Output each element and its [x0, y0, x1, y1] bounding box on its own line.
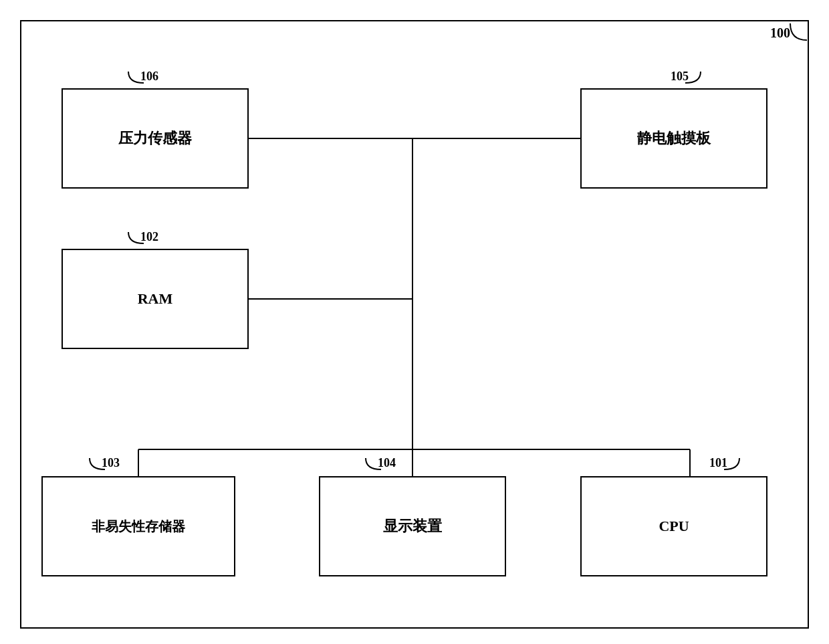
block-103: 非易失性存储器: [41, 476, 235, 576]
ref-103-curve: [86, 455, 106, 471]
block-104-label: 显示装置: [383, 516, 442, 536]
ref-102-curve: [125, 229, 145, 245]
block-106: 压力传感器: [62, 88, 249, 189]
block-104: 显示装置: [319, 476, 506, 576]
block-102: RAM: [62, 249, 249, 349]
block-106-label: 压力传感器: [118, 128, 192, 148]
block-103-label: 非易失性存储器: [92, 518, 185, 536]
ref-101-curve: [723, 455, 743, 471]
ref-100-curve: [784, 20, 810, 43]
diagram-container: 压力传感器 106 静电触摸板 105 RAM 102 非易失性存储器 103: [20, 20, 809, 629]
block-101-label: CPU: [659, 518, 689, 535]
block-101: CPU: [580, 476, 767, 576]
block-105: 静电触摸板: [580, 88, 767, 189]
ref-105-curve: [684, 68, 704, 85]
block-102-label: RAM: [138, 290, 173, 308]
ref-104-curve: [362, 455, 382, 471]
ref-106-curve: [125, 68, 145, 85]
block-105-label: 静电触摸板: [637, 128, 711, 148]
